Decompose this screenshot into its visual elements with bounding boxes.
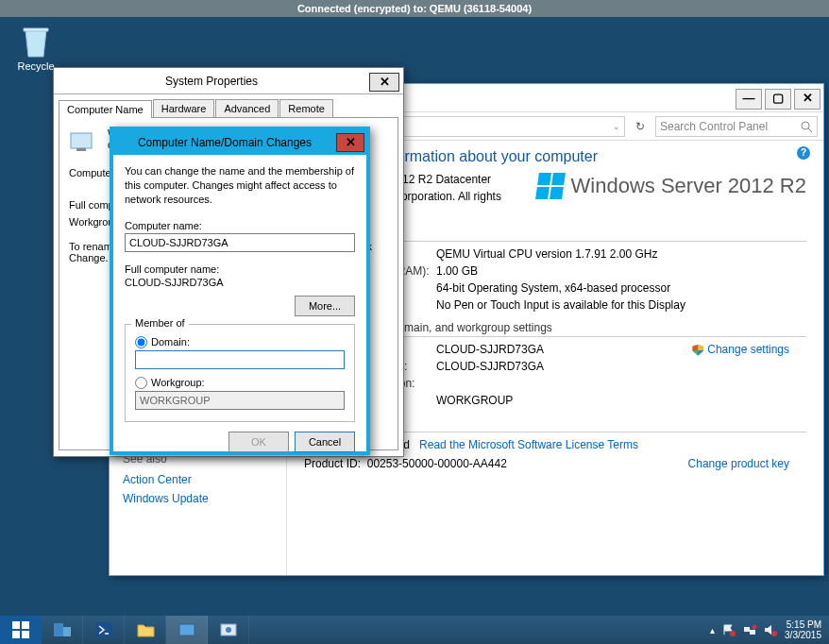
clock-date: 3/3/2015 [785, 630, 821, 640]
tray-network-icon[interactable] [743, 623, 756, 636]
windows-logo-icon [535, 173, 566, 199]
sysprops-title: System Properties [54, 75, 369, 88]
tab-hardware[interactable]: Hardware [153, 99, 215, 117]
tab-computer-name[interactable]: Computer Name [59, 100, 152, 118]
cnd-computer-name-label: Computer name: [125, 220, 355, 231]
folder-icon [135, 619, 156, 640]
cnd-domain-label: Domain: [151, 336, 190, 347]
taskbar-server-manager[interactable] [42, 616, 83, 644]
cnd-cancel-button[interactable]: Cancel [295, 432, 355, 452]
taskbar: ▴ 5:15 PM 3/3/2015 [0, 616, 829, 644]
cnd-more-button[interactable]: More... [295, 296, 355, 316]
taskbar-clock[interactable]: 5:15 PM 3/3/2015 [785, 619, 821, 640]
tray-show-hidden-icon[interactable]: ▴ [710, 625, 715, 636]
connection-bar: Connected (encrypted) to: QEMU (36118-54… [0, 0, 829, 17]
search-placeholder: Search Control Panel [660, 120, 768, 133]
cnd-memberof-legend: Member of [131, 317, 189, 329]
cnd-full-name-value: CLOUD-SJJRD73GA [125, 277, 355, 288]
cnd-close-button[interactable]: ✕ [336, 133, 364, 152]
clock-time: 5:15 PM [785, 619, 821, 630]
start-button[interactable] [0, 616, 42, 644]
svg-point-3 [802, 122, 809, 129]
svg-rect-16 [744, 627, 750, 632]
recycle-bin-icon [20, 25, 52, 60]
taskbar-powershell[interactable] [83, 616, 125, 644]
taskbar-explorer[interactable] [125, 616, 166, 644]
link-action-center[interactable]: Action Center [123, 473, 273, 486]
cnd-domain-input[interactable] [135, 350, 345, 369]
svg-point-19 [771, 631, 777, 636]
cnd-domain-radio[interactable] [135, 336, 147, 348]
processor-value: QEMU Virtual CPU version 1.7.91 2.00 GHz [436, 247, 806, 261]
svg-point-15 [730, 631, 736, 636]
svg-rect-17 [750, 630, 755, 635]
computer-icon [69, 127, 99, 160]
link-change-product-key[interactable]: Change product key [688, 457, 789, 470]
maximize-button[interactable]: ▢ [765, 89, 791, 110]
windows-server-logo: Windows Server 2012 R2 [537, 173, 806, 199]
tab-advanced[interactable]: Advanced [215, 99, 279, 117]
tray-flag-icon[interactable] [722, 623, 736, 636]
product-id-value: 00253-50000-00000-AA442 [367, 457, 507, 470]
sysprops-close-button[interactable]: ✕ [369, 73, 399, 92]
taskbar-app[interactable] [208, 616, 249, 644]
powershell-icon [93, 619, 114, 640]
minimize-button[interactable]: — [736, 89, 762, 110]
system-window-icon [177, 619, 197, 640]
systype-value: 64-bit Operating System, x64-based proce… [436, 281, 806, 295]
cnd-computer-name-input[interactable] [125, 233, 355, 252]
sysprops-titlebar[interactable]: System Properties ✕ [54, 68, 403, 94]
cnd-workgroup-radio[interactable] [135, 377, 147, 389]
cnd-ok-button[interactable]: OK [228, 432, 289, 452]
windows-logo-icon [12, 621, 29, 638]
recycle-bin[interactable]: Recycle [13, 25, 59, 72]
close-button[interactable]: ✕ [794, 89, 821, 110]
breadcrumb-dropdown-icon[interactable]: ⌄ [613, 122, 620, 131]
tab-remote[interactable]: Remote [279, 99, 333, 117]
svg-rect-5 [71, 133, 92, 148]
cnd-memberof-fieldset: Member of Domain: Workgroup: [125, 324, 355, 422]
cnd-full-name-label: Full computer name: [125, 263, 355, 275]
search-icon [800, 120, 813, 133]
refresh-button[interactable]: ↻ [631, 117, 650, 136]
svg-line-4 [808, 128, 812, 132]
taskbar-system-window[interactable] [166, 616, 208, 644]
cnd-title: Computer Name/Domain Changes [113, 136, 336, 149]
svg-rect-8 [63, 627, 71, 636]
shield-icon [692, 345, 703, 356]
svg-rect-7 [54, 623, 63, 636]
pen-value: No Pen or Touch Input is available for t… [436, 298, 806, 312]
cnd-titlebar[interactable]: Computer Name/Domain Changes ✕ [113, 130, 366, 155]
link-windows-update[interactable]: Windows Update [123, 492, 273, 505]
link-license-terms[interactable]: Read the Microsoft Software License Term… [419, 438, 638, 451]
windows-server-logo-text: Windows Server 2012 R2 [571, 174, 806, 198]
full-name-value: CLOUD-SJJRD73GA [436, 360, 806, 373]
svg-point-18 [753, 625, 757, 630]
desktop: Recycle R2 System — ▢ ✕ ← → ▾ ↑ ▸ … ▸ [0, 17, 829, 616]
cnd-intro-text: You can change the name and the membersh… [125, 164, 355, 207]
comp-desc-value [436, 377, 806, 390]
svg-rect-11 [179, 624, 195, 636]
link-change-settings[interactable]: Change settings [692, 343, 789, 356]
cnd-workgroup-input [135, 391, 345, 410]
search-input[interactable]: Search Control Panel [655, 116, 818, 137]
app-icon [218, 619, 239, 640]
svg-point-13 [226, 627, 231, 633]
cnd-workgroup-label: Workgroup: [151, 377, 205, 388]
recycle-bin-label: Recycle [13, 60, 59, 72]
server-manager-icon [52, 619, 73, 640]
sysprops-tabs: Computer Name Hardware Advanced Remote [54, 94, 403, 117]
help-icon[interactable]: ? [797, 146, 810, 160]
workgroup-value: WORKGROUP [436, 394, 806, 407]
svg-rect-6 [76, 148, 86, 151]
ram-value: 1.00 GB [436, 264, 806, 278]
tray-volume-icon[interactable] [764, 623, 777, 636]
computer-name-domain-dialog: Computer Name/Domain Changes ✕ You can c… [110, 127, 370, 455]
system-tray: ▴ 5:15 PM 3/3/2015 [702, 616, 829, 644]
